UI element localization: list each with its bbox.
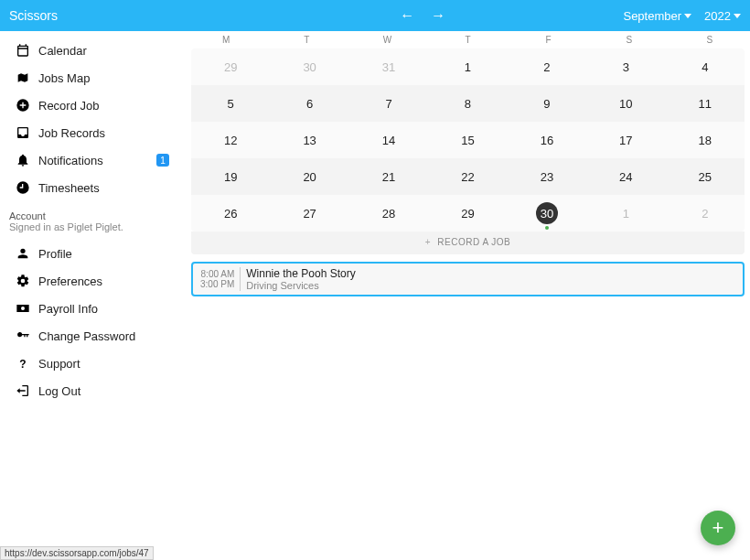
sidebar-item-change-password[interactable]: Change Password — [0, 322, 186, 350]
job-start-time: 8:00 AM — [200, 269, 234, 279]
bell-icon — [11, 153, 35, 167]
calendar-day[interactable]: 18 — [666, 129, 745, 151]
calendar-day[interactable]: 12 — [191, 129, 270, 151]
sidebar-item-profile[interactable]: Profile — [0, 240, 186, 267]
main-content: MTWTFSS 29303112345678910111213141516171… — [186, 31, 750, 560]
calendar-day[interactable]: 22 — [428, 166, 507, 188]
day-number: 1 — [456, 56, 478, 78]
map-icon — [11, 70, 35, 85]
gear-icon — [11, 274, 35, 288]
calendar-day[interactable]: 29 — [191, 56, 270, 78]
record-job-label: RECORD A JOB — [437, 237, 510, 247]
day-number: 25 — [694, 166, 716, 188]
calendar-row: 12131415161718 — [191, 122, 745, 158]
sidebar-item-timesheets[interactable]: Timesheets — [0, 174, 186, 201]
add-fab-button[interactable]: + — [701, 511, 735, 545]
day-number: 31 — [378, 56, 400, 78]
prev-arrow-icon[interactable]: ← — [400, 7, 414, 24]
clock-icon — [11, 180, 35, 195]
day-number: 9 — [536, 92, 558, 114]
calendar-day[interactable]: 27 — [270, 202, 348, 224]
calendar-day[interactable]: 8 — [428, 92, 507, 114]
header-bar: Scissors ← → September 2022 — [0, 0, 750, 31]
sidebar-item-jobs-map[interactable]: Jobs Map — [0, 64, 186, 92]
sidebar-item-label: Calendar — [38, 44, 175, 58]
sidebar-item-record-job[interactable]: Record Job — [0, 92, 186, 119]
year-label: 2022 — [704, 9, 731, 23]
sidebar-item-log-out[interactable]: Log Out — [0, 377, 186, 404]
sidebar-item-calendar[interactable]: Calendar — [0, 37, 186, 64]
calendar-day[interactable]: 24 — [586, 166, 665, 188]
day-header: F — [509, 35, 589, 45]
day-number: 23 — [536, 166, 558, 188]
calendar-day[interactable]: 13 — [270, 129, 348, 151]
sidebar-item-notifications[interactable]: Notifications1 — [0, 146, 186, 174]
calendar-day[interactable]: 15 — [428, 129, 507, 151]
day-number: 29 — [220, 56, 241, 78]
calendar-day[interactable]: 4 — [666, 56, 745, 78]
calendar-day[interactable]: 10 — [586, 92, 665, 114]
calendar-row: 19202122232425 — [191, 158, 745, 195]
calendar-day[interactable]: 28 — [349, 202, 428, 224]
calendar-day[interactable]: 17 — [586, 129, 665, 151]
day-number: 19 — [220, 166, 241, 188]
chevron-down-icon — [734, 14, 741, 18]
calendar-day[interactable]: 7 — [349, 92, 428, 114]
job-info: Winnie the Pooh Story Driving Services — [241, 267, 355, 291]
year-selector[interactable]: 2022 — [704, 9, 741, 23]
day-number: 22 — [456, 166, 478, 188]
calendar-row: 567891011 — [191, 85, 745, 122]
day-number: 10 — [615, 92, 637, 114]
day-number: 12 — [220, 129, 241, 151]
inbox-icon — [11, 125, 35, 140]
calendar-day[interactable]: 1 — [428, 56, 507, 78]
plus-icon: + — [425, 237, 431, 247]
record-job-button[interactable]: + RECORD A JOB — [191, 232, 745, 254]
cash-icon — [11, 301, 35, 316]
sidebar-item-job-records[interactable]: Job Records — [0, 119, 186, 146]
calendar-day[interactable]: 30 — [508, 202, 586, 224]
day-number: 11 — [694, 92, 716, 114]
calendar-day[interactable]: 23 — [508, 166, 586, 188]
day-number: 15 — [456, 129, 478, 151]
calendar-day[interactable]: 11 — [666, 92, 745, 114]
chevron-down-icon — [684, 14, 691, 18]
calendar-day[interactable]: 20 — [270, 166, 348, 188]
sidebar-item-payroll-info[interactable]: Payroll Info — [0, 295, 186, 322]
account-nav: ProfilePreferencesPayroll InfoChange Pas… — [0, 240, 186, 404]
calendar-day[interactable]: 29 — [428, 202, 507, 224]
day-number: 28 — [378, 202, 400, 224]
day-number: 2 — [536, 56, 558, 78]
day-number: 4 — [694, 56, 716, 78]
calendar-day[interactable]: 31 — [349, 56, 428, 78]
calendar-day[interactable]: 2 — [508, 56, 586, 78]
calendar-day[interactable]: 14 — [349, 129, 428, 151]
day-number: 17 — [615, 129, 637, 151]
calendar-day[interactable]: 30 — [270, 56, 348, 78]
day-number: 16 — [536, 129, 558, 151]
month-selector[interactable]: September — [623, 9, 691, 23]
calendar-day[interactable]: 26 — [191, 202, 270, 224]
sidebar-item-label: Record Job — [38, 99, 175, 113]
day-number: 1 — [615, 202, 637, 224]
day-number: 13 — [299, 129, 321, 151]
calendar-day[interactable]: 5 — [191, 92, 270, 114]
next-arrow-icon[interactable]: → — [431, 7, 445, 24]
calendar-day[interactable]: 1 — [586, 202, 665, 224]
calendar-day[interactable]: 21 — [349, 166, 428, 188]
notification-badge: 1 — [156, 154, 169, 167]
sidebar-item-preferences[interactable]: Preferences — [0, 267, 186, 295]
calendar-day[interactable]: 3 — [586, 56, 665, 78]
calendar-day[interactable]: 25 — [666, 166, 745, 188]
calendar-day[interactable]: 9 — [508, 92, 586, 114]
sidebar-item-label: Job Records — [38, 126, 175, 140]
calendar-day[interactable]: 19 — [191, 166, 270, 188]
brand-title: Scissors — [9, 8, 58, 23]
calendar-day[interactable]: 6 — [270, 92, 348, 114]
job-card[interactable]: 8:00 AM 3:00 PM Winnie the Pooh Story Dr… — [191, 262, 745, 296]
calendar-day[interactable]: 16 — [508, 129, 586, 151]
sidebar-item-support[interactable]: ?Support — [0, 350, 186, 377]
day-number: 14 — [378, 129, 400, 151]
day-number: 7 — [378, 92, 400, 114]
calendar-day[interactable]: 2 — [666, 202, 745, 224]
